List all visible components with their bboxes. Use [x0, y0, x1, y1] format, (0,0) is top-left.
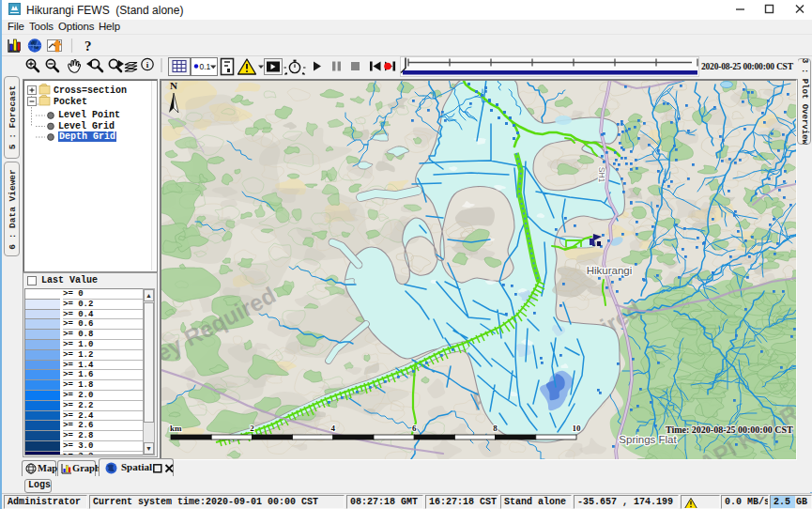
- svg-text:6: 6: [412, 424, 417, 433]
- svg-text:SH1: SH1: [597, 167, 606, 183]
- svg-text:10: 10: [573, 424, 582, 433]
- svg-text:i: i: [146, 60, 149, 69]
- svg-text:km: km: [170, 424, 182, 433]
- svg-text:?: ?: [84, 39, 92, 54]
- svg-text:N: N: [170, 81, 177, 91]
- svg-text:2: 2: [250, 424, 254, 433]
- svg-text:Hikurangi: Hikurangi: [587, 265, 633, 276]
- svg-text:4: 4: [331, 424, 336, 433]
- svg-text:0.1: 0.1: [200, 62, 211, 71]
- svg-text:8: 8: [493, 424, 498, 433]
- svg-text:Time: 2020-08-25 00:00:00 CST: Time: 2020-08-25 00:00:00 CST: [666, 424, 793, 435]
- svg-text:Springs Flat: Springs Flat: [619, 434, 677, 445]
